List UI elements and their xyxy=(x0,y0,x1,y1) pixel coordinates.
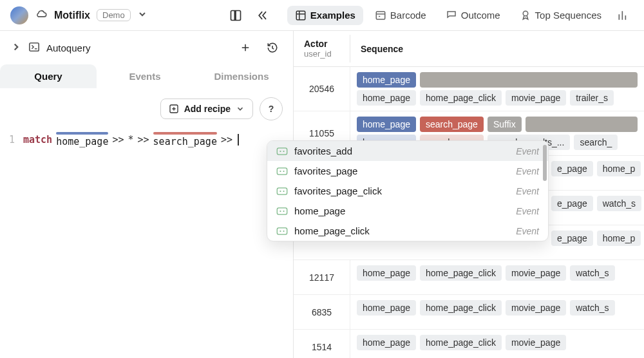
autocomplete-item[interactable]: favorites_addEvent xyxy=(267,141,548,161)
actor-cell: 20546 xyxy=(294,67,350,111)
add-recipe-button[interactable]: Add recipe xyxy=(160,99,253,119)
tab-top-sequences[interactable]: Top Sequences xyxy=(512,6,609,25)
seq-chip: search_page xyxy=(420,117,484,132)
query-type-icon xyxy=(28,41,40,55)
event-icon xyxy=(276,207,288,216)
left-toolbar: Add recipe ? xyxy=(0,88,293,129)
left-tab-events[interactable]: Events xyxy=(97,64,193,88)
seq-chip: watch_s xyxy=(597,196,641,211)
collapse-icon[interactable] xyxy=(252,5,273,26)
autocomplete-popup: favorites_addEventfavorites_pageEventfav… xyxy=(267,140,549,241)
actor-cell: 6835 xyxy=(294,295,350,329)
line-number: 1 xyxy=(9,134,17,146)
demo-badge: Demo xyxy=(97,9,131,21)
table-row[interactable]: 6835home_pagehome_page_clickmovie_pagewa… xyxy=(294,295,644,330)
table-row[interactable]: 1514home_pagehome_page_clickmovie_page xyxy=(294,330,644,358)
seq-chip: trailer_s xyxy=(570,90,614,106)
seq-chip: home_page xyxy=(357,335,416,350)
svg-point-18 xyxy=(279,230,281,231)
svg-rect-5 xyxy=(277,147,287,154)
svg-rect-1 xyxy=(376,12,385,19)
seq-chip: movie_page xyxy=(506,90,566,106)
actor-cell: 1514 xyxy=(294,330,350,358)
left-tab-dimensions[interactable]: Dimensions xyxy=(193,64,290,88)
bar-fill xyxy=(526,117,638,132)
history-icon[interactable] xyxy=(262,37,283,58)
svg-point-7 xyxy=(283,150,284,151)
autocomplete-label: favorites_add xyxy=(294,146,509,156)
left-tabs: Query Events Dimensions xyxy=(0,64,293,88)
recipe-label: Add recipe xyxy=(184,104,231,114)
plus-icon[interactable] xyxy=(235,37,256,58)
svg-rect-17 xyxy=(277,227,287,234)
seq-chip: watch_s xyxy=(570,265,614,281)
svg-point-15 xyxy=(279,210,281,211)
event-icon xyxy=(276,167,288,176)
table-row[interactable]: 12117home_pagehome_page_clickmovie_pagew… xyxy=(294,260,644,295)
autocomplete-label: favorites_page_click xyxy=(294,185,509,196)
svg-point-2 xyxy=(523,11,528,16)
col-actor-sublabel: user_id xyxy=(304,49,339,59)
avatar[interactable] xyxy=(10,6,28,24)
tab-label: Examples xyxy=(310,10,355,21)
scrollbar-thumb[interactable] xyxy=(543,145,547,181)
breadcrumb-label: Autoquery xyxy=(46,42,90,53)
chart-icon[interactable] xyxy=(613,5,634,26)
seq-chip: home_p xyxy=(597,161,641,176)
book-icon[interactable] xyxy=(225,5,246,26)
autocomplete-type: Event xyxy=(516,146,539,156)
autocomplete-label: home_page xyxy=(294,205,509,216)
help-button[interactable]: ? xyxy=(260,97,283,120)
autocomplete-item[interactable]: favorites_pageEvent xyxy=(267,161,548,181)
tab-label: Outcome xyxy=(461,10,500,21)
event-icon xyxy=(276,147,288,156)
actor-cell: 12117 xyxy=(294,260,350,294)
autocomplete-item[interactable]: home_page_clickEvent xyxy=(267,221,548,241)
topbar: Motiflix Demo Examples Barcode Outcome T… xyxy=(0,0,644,31)
keyword: match xyxy=(23,134,52,146)
project-name[interactable]: Motiflix xyxy=(54,10,90,21)
svg-rect-14 xyxy=(277,207,287,214)
event-icon xyxy=(276,187,288,196)
breadcrumb: Autoquery xyxy=(0,31,293,64)
token-search-page: search_page xyxy=(153,132,217,147)
seq-chip: home_page_click xyxy=(420,335,502,350)
col-sequence-label: Sequence xyxy=(350,40,644,58)
query-editor[interactable]: 1 match home_page >> * >> search_page >> xyxy=(0,129,293,150)
svg-point-12 xyxy=(279,190,281,191)
tab-examples[interactable]: Examples xyxy=(287,6,363,25)
seq-chip: home_page_click xyxy=(420,90,502,106)
svg-rect-11 xyxy=(277,187,287,194)
chevron-down-icon[interactable] xyxy=(137,9,147,21)
autocomplete-type: Event xyxy=(516,166,539,176)
svg-rect-0 xyxy=(296,11,305,20)
tab-barcode[interactable]: Barcode xyxy=(367,6,434,25)
seq-chip: e_page xyxy=(551,161,593,176)
tab-outcome[interactable]: Outcome xyxy=(438,6,508,25)
svg-point-13 xyxy=(283,190,284,191)
autocomplete-type: Event xyxy=(516,186,539,196)
seq-chip: movie_page xyxy=(506,265,566,281)
autocomplete-item[interactable]: home_pageEvent xyxy=(267,201,548,221)
token-home-page: home_page xyxy=(56,132,108,147)
seq-chip: home_p xyxy=(597,231,641,246)
seq-chip: Suffix xyxy=(488,117,522,132)
cursor xyxy=(238,134,239,146)
left-tab-query[interactable]: Query xyxy=(0,64,97,88)
tab-label: Top Sequences xyxy=(535,10,601,21)
autocomplete-item[interactable]: favorites_page_clickEvent xyxy=(267,181,548,201)
seq-chip: home_page xyxy=(357,117,416,132)
seq-chip: home_page_click xyxy=(420,265,502,281)
svg-point-6 xyxy=(279,150,281,151)
table-row[interactable]: 20546home_pagehome_pagehome_page_clickmo… xyxy=(294,67,644,111)
chevron-right-icon[interactable] xyxy=(10,41,22,55)
left-panel: Autoquery Query Events Dimensions Add re… xyxy=(0,31,294,358)
svg-point-16 xyxy=(283,210,284,211)
seq-chip: movie_page xyxy=(506,335,566,350)
autocomplete-type: Event xyxy=(516,226,539,236)
seq-chip: home_page xyxy=(357,72,416,88)
top-tabs: Examples Barcode Outcome Top Sequences xyxy=(287,5,634,26)
bar-fill xyxy=(420,72,638,88)
svg-point-9 xyxy=(279,170,281,171)
col-actor-label: Actor xyxy=(304,39,339,49)
